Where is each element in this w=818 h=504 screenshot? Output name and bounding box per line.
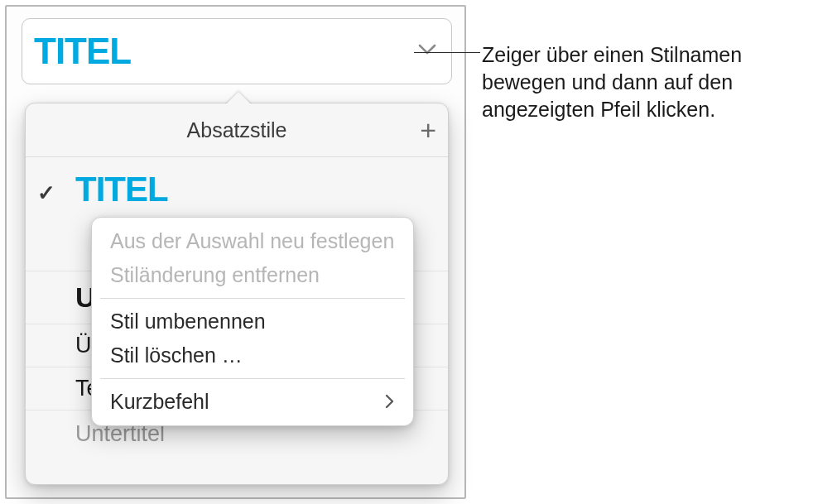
menu-item-label: Kurzbefehl (110, 390, 209, 414)
menu-redefine-from-selection: Aus der Auswahl neu festlegen (92, 224, 413, 258)
callout-text: Zeiger über einen Stilnamen bewegen und … (482, 41, 813, 123)
popover-header: Absatzstile + (26, 103, 448, 157)
popover-arrow (225, 92, 252, 105)
add-style-button[interactable]: + (420, 116, 436, 144)
callout-leader-line (414, 52, 480, 53)
menu-item-label: Stil umbenennen (110, 310, 266, 334)
popover-title: Absatzstile (187, 118, 287, 142)
current-style-selector[interactable]: TITEL (22, 18, 452, 84)
menu-item-label: Stiländerung entfernen (110, 263, 320, 287)
current-style-name: TITEL (34, 33, 131, 70)
check-icon: ✓ (37, 172, 75, 206)
menu-delete-style[interactable]: Stil löschen … (92, 338, 413, 372)
menu-divider (100, 378, 405, 379)
menu-item-label: Stil löschen … (110, 343, 243, 367)
menu-item-label: Aus der Auswahl neu festlegen (110, 229, 394, 253)
styles-panel: TITEL Absatzstile + ✓ TITEL U Ü (5, 5, 466, 499)
menu-rename-style[interactable]: Stil umbenennen (92, 305, 413, 338)
menu-shortcut[interactable]: Kurzbefehl (92, 385, 413, 419)
menu-divider (100, 298, 405, 299)
style-preview-titel: TITEL (75, 172, 168, 207)
style-name-stub: Ü (75, 333, 92, 358)
menu-clear-override: Stiländerung entfernen (92, 258, 413, 292)
chevron-right-icon (385, 390, 395, 414)
chevron-down-icon (418, 44, 436, 59)
style-context-menu: Aus der Auswahl neu festlegen Stiländeru… (91, 217, 414, 426)
